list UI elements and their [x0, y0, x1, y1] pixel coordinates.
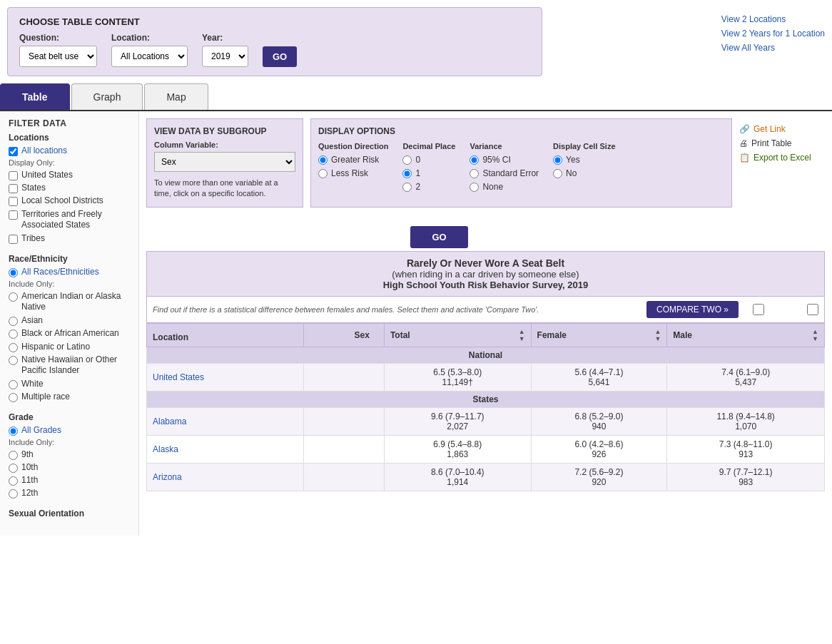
arizona-location-cell[interactable]: Arizona	[147, 463, 304, 491]
tab-table[interactable]: Table	[0, 83, 70, 110]
greater-risk-radio[interactable]	[318, 155, 328, 165]
states-checkbox[interactable]	[9, 184, 18, 193]
decimal-0-label[interactable]: 0	[415, 155, 420, 165]
12th-label[interactable]: 12th	[21, 488, 38, 498]
print-icon: 🖨	[739, 138, 748, 148]
all-races-label[interactable]: All Races/Ethnicities	[21, 267, 99, 277]
variance-label: Variance	[470, 142, 539, 150]
native-hawaiian-label[interactable]: Native Hawaiian or Other Pacific Islande…	[21, 354, 131, 377]
decimal-1-radio[interactable]	[402, 169, 412, 178]
female-col-header[interactable]: Female ▲▼	[531, 323, 667, 347]
9th-radio[interactable]	[9, 451, 18, 460]
question-label: Question:	[19, 33, 97, 43]
none-label[interactable]: None	[482, 182, 503, 192]
decimal-1-label[interactable]: 1	[415, 168, 420, 178]
location-select[interactable]: All Locations	[111, 46, 188, 67]
us-total-value: 6.5 (5.3–8.0)	[390, 367, 525, 377]
subgroup-select[interactable]: Sex	[154, 152, 295, 172]
cell-size-yes-label[interactable]: Yes	[566, 155, 580, 165]
us-label[interactable]: United States	[21, 170, 73, 180]
ci-radio[interactable]	[470, 155, 479, 165]
ci-option: 95% CI	[470, 155, 539, 165]
territories-label[interactable]: Territories and Freely Associated States	[21, 209, 131, 231]
local-districts-label[interactable]: Local School Districts	[21, 195, 103, 207]
local-districts-checkbox[interactable]	[9, 197, 18, 206]
display-options-box: DISPLAY OPTIONS Question Direction Great…	[310, 118, 732, 208]
all-locations-checkbox[interactable]	[9, 147, 18, 156]
view-2-locations-link[interactable]: View 2 Locations	[721, 14, 825, 24]
all-locations-label[interactable]: All locations	[21, 145, 67, 155]
alabama-location-cell[interactable]: Alabama	[147, 407, 304, 435]
all-grades-radio[interactable]	[9, 426, 18, 436]
black-radio[interactable]	[9, 329, 18, 339]
export-excel-link[interactable]: 📋 Export to Excel	[739, 153, 825, 163]
view-2-years-link[interactable]: View 2 Years for 1 Location	[721, 29, 825, 39]
native-hawaiian-radio[interactable]	[9, 356, 18, 365]
hispanic-label[interactable]: Hispanic or Latino	[21, 342, 90, 352]
total-sort-arrows[interactable]: ▲▼	[519, 328, 525, 342]
compare-checkbox-2[interactable]	[807, 304, 818, 315]
compare-two-button[interactable]: COMPARE TWO »	[646, 301, 739, 318]
male-sort-arrows[interactable]: ▲▼	[812, 328, 818, 342]
12th-radio[interactable]	[9, 489, 18, 499]
territories-checkbox[interactable]	[9, 210, 18, 220]
alaska-female-n: 926	[537, 449, 661, 459]
decimal-2-radio[interactable]	[402, 183, 412, 192]
american-indian-radio[interactable]	[9, 292, 18, 302]
all-races-radio[interactable]	[9, 268, 18, 277]
cell-size-no-label[interactable]: No	[566, 168, 577, 178]
us-checkbox[interactable]	[9, 171, 18, 180]
alaska-female-value: 6.0 (4.2–8.6)	[537, 439, 661, 449]
multiple-race-radio[interactable]	[9, 393, 18, 402]
10th-label[interactable]: 10th	[21, 462, 38, 472]
year-select[interactable]: 2019	[202, 46, 248, 67]
states-label[interactable]: States	[21, 183, 46, 193]
11th-radio[interactable]	[9, 476, 18, 486]
compare-checkbox-1[interactable]	[753, 304, 764, 315]
view-all-years-link[interactable]: View All Years	[721, 43, 825, 53]
asian-radio[interactable]	[9, 317, 18, 326]
tab-graph[interactable]: Graph	[71, 83, 143, 110]
white-radio[interactable]	[9, 380, 18, 389]
decimal-0-radio[interactable]	[402, 155, 412, 165]
female-sort-arrows[interactable]: ▲▼	[654, 328, 661, 342]
less-risk-label[interactable]: Less Risk	[331, 168, 368, 178]
us-location-cell[interactable]: United States	[147, 363, 304, 391]
subgroup-note: To view more than one variable at a time…	[154, 178, 295, 200]
alaska-location-cell[interactable]: Alaska	[147, 435, 304, 463]
multiple-race-label[interactable]: Multiple race	[21, 392, 70, 402]
less-risk-radio[interactable]	[318, 169, 328, 178]
all-grades-label[interactable]: All Grades	[21, 425, 61, 435]
se-radio[interactable]	[470, 169, 479, 178]
american-indian-label[interactable]: American Indian or Alaska Native	[21, 291, 131, 313]
se-label[interactable]: Standard Error	[482, 168, 539, 178]
cell-size-no-radio[interactable]	[553, 169, 562, 178]
10th-radio[interactable]	[9, 464, 18, 473]
asian-label[interactable]: Asian	[21, 315, 43, 325]
sidebar-black-item: Black or African American	[9, 328, 131, 339]
get-link-link[interactable]: 🔗 Get Link	[739, 124, 825, 134]
total-col-header[interactable]: Total ▲▼	[384, 323, 531, 347]
decimal-2-label[interactable]: 2	[415, 182, 420, 192]
hispanic-radio[interactable]	[9, 343, 18, 352]
header-go-button[interactable]: GO	[263, 46, 297, 67]
male-col-header[interactable]: Male ▲▼	[667, 323, 825, 347]
tribes-checkbox[interactable]	[9, 235, 18, 244]
11th-label[interactable]: 11th	[21, 475, 38, 485]
9th-label[interactable]: 9th	[21, 449, 34, 459]
black-label[interactable]: Black or African American	[21, 328, 119, 339]
print-table-link[interactable]: 🖨 Print Table	[739, 138, 825, 148]
ci-label[interactable]: 95% CI	[482, 155, 510, 165]
main-go-button[interactable]: GO	[410, 226, 467, 248]
none-radio[interactable]	[470, 183, 479, 192]
year-label: Year:	[202, 33, 248, 43]
tribes-label[interactable]: Tribes	[21, 233, 45, 243]
tab-map[interactable]: Map	[144, 83, 208, 110]
us-male-value: 7.4 (6.1–9.0)	[673, 367, 818, 377]
greater-risk-label[interactable]: Greater Risk	[331, 155, 379, 165]
sidebar-10th-item: 10th	[9, 462, 131, 473]
decimal-2-option: 2	[402, 182, 455, 192]
cell-size-yes-radio[interactable]	[553, 155, 562, 165]
question-select[interactable]: Seat belt use	[19, 46, 97, 67]
white-label[interactable]: White	[21, 379, 44, 389]
